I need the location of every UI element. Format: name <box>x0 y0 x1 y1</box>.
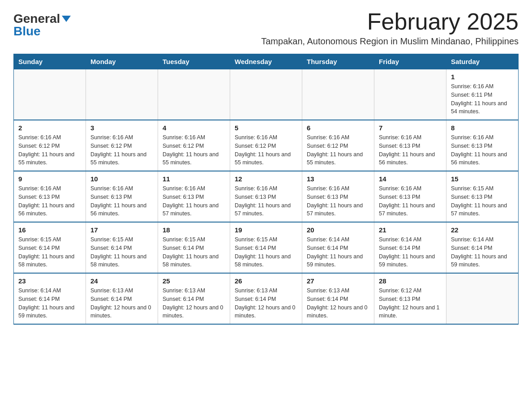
day-info: Sunrise: 6:13 AMSunset: 6:14 PMDaylight:… <box>307 287 369 320</box>
day-number: 17 <box>90 226 153 234</box>
calendar-cell: 12Sunrise: 6:16 AMSunset: 6:13 PMDayligh… <box>230 171 302 222</box>
logo: General Blue <box>13 9 71 38</box>
title-section: February 2025 Tampakan, Autonomous Regio… <box>261 9 519 47</box>
calendar-header-sunday: Sunday <box>14 54 86 69</box>
calendar-week-row: 16Sunrise: 6:15 AMSunset: 6:14 PMDayligh… <box>14 222 519 273</box>
calendar-cell: 2Sunrise: 6:16 AMSunset: 6:12 PMDaylight… <box>14 120 86 171</box>
day-info: Sunrise: 6:16 AMSunset: 6:13 PMDaylight:… <box>235 184 297 218</box>
day-number: 10 <box>90 175 153 183</box>
day-info: Sunrise: 6:16 AMSunset: 6:12 PMDaylight:… <box>235 133 297 167</box>
day-number: 24 <box>90 277 153 285</box>
day-number: 20 <box>307 226 369 234</box>
day-number: 14 <box>379 175 442 183</box>
page-header: General Blue February 2025 Tampakan, Aut… <box>13 9 519 47</box>
page-subtitle: Tampakan, Autonomous Region in Muslim Mi… <box>261 36 519 47</box>
page-title: February 2025 <box>261 9 519 34</box>
calendar-body: 1Sunrise: 6:16 AMSunset: 6:11 PMDaylight… <box>14 69 519 325</box>
calendar-cell: 21Sunrise: 6:14 AMSunset: 6:14 PMDayligh… <box>374 222 446 273</box>
day-info: Sunrise: 6:14 AMSunset: 6:14 PMDaylight:… <box>18 287 81 320</box>
calendar-header-row: SundayMondayTuesdayWednesdayThursdayFrid… <box>14 54 519 69</box>
day-number: 23 <box>18 277 81 285</box>
calendar-cell: 26Sunrise: 6:13 AMSunset: 6:14 PMDayligh… <box>230 273 302 324</box>
day-number: 1 <box>451 73 514 81</box>
day-info: Sunrise: 6:16 AMSunset: 6:12 PMDaylight:… <box>307 133 369 167</box>
calendar-cell: 20Sunrise: 6:14 AMSunset: 6:14 PMDayligh… <box>302 222 374 273</box>
day-info: Sunrise: 6:16 AMSunset: 6:13 PMDaylight:… <box>379 184 442 218</box>
calendar-cell <box>230 69 302 120</box>
calendar-cell <box>446 273 519 324</box>
calendar-cell: 16Sunrise: 6:15 AMSunset: 6:14 PMDayligh… <box>14 222 86 273</box>
calendar-header-thursday: Thursday <box>302 54 374 69</box>
day-number: 4 <box>163 124 225 132</box>
calendar-header-monday: Monday <box>86 54 158 69</box>
day-info: Sunrise: 6:13 AMSunset: 6:14 PMDaylight:… <box>90 287 153 320</box>
calendar-cell <box>14 69 86 120</box>
calendar-cell: 14Sunrise: 6:16 AMSunset: 6:13 PMDayligh… <box>374 171 446 222</box>
calendar-header-friday: Friday <box>374 54 446 69</box>
day-number: 8 <box>451 124 514 132</box>
calendar-cell: 4Sunrise: 6:16 AMSunset: 6:12 PMDaylight… <box>158 120 230 171</box>
day-info: Sunrise: 6:13 AMSunset: 6:14 PMDaylight:… <box>235 287 297 320</box>
calendar-cell: 13Sunrise: 6:16 AMSunset: 6:13 PMDayligh… <box>302 171 374 222</box>
calendar-table: SundayMondayTuesdayWednesdayThursdayFrid… <box>13 54 519 325</box>
day-number: 11 <box>163 175 225 183</box>
day-info: Sunrise: 6:14 AMSunset: 6:14 PMDaylight:… <box>379 235 442 269</box>
logo-blue: Blue <box>13 25 41 38</box>
day-number: 5 <box>235 124 297 132</box>
day-number: 25 <box>163 277 225 285</box>
day-info: Sunrise: 6:16 AMSunset: 6:12 PMDaylight:… <box>18 133 81 167</box>
day-number: 6 <box>307 124 369 132</box>
day-info: Sunrise: 6:16 AMSunset: 6:13 PMDaylight:… <box>90 184 153 218</box>
calendar-cell: 18Sunrise: 6:15 AMSunset: 6:14 PMDayligh… <box>158 222 230 273</box>
day-info: Sunrise: 6:16 AMSunset: 6:11 PMDaylight:… <box>451 82 514 116</box>
day-info: Sunrise: 6:12 AMSunset: 6:13 PMDaylight:… <box>379 287 442 320</box>
calendar-cell: 6Sunrise: 6:16 AMSunset: 6:12 PMDaylight… <box>302 120 374 171</box>
calendar-header-tuesday: Tuesday <box>158 54 230 69</box>
day-number: 15 <box>451 175 514 183</box>
day-info: Sunrise: 6:15 AMSunset: 6:14 PMDaylight:… <box>90 235 153 269</box>
calendar-cell: 10Sunrise: 6:16 AMSunset: 6:13 PMDayligh… <box>86 171 158 222</box>
day-info: Sunrise: 6:16 AMSunset: 6:13 PMDaylight:… <box>18 184 81 218</box>
day-number: 16 <box>18 226 81 234</box>
calendar-cell: 27Sunrise: 6:13 AMSunset: 6:14 PMDayligh… <box>302 273 374 324</box>
calendar-week-row: 9Sunrise: 6:16 AMSunset: 6:13 PMDaylight… <box>14 171 519 222</box>
calendar-cell: 9Sunrise: 6:16 AMSunset: 6:13 PMDaylight… <box>14 171 86 222</box>
calendar-cell: 19Sunrise: 6:15 AMSunset: 6:14 PMDayligh… <box>230 222 302 273</box>
calendar-cell <box>374 69 446 120</box>
day-info: Sunrise: 6:14 AMSunset: 6:14 PMDaylight:… <box>451 235 514 269</box>
calendar-week-row: 23Sunrise: 6:14 AMSunset: 6:14 PMDayligh… <box>14 273 519 324</box>
day-number: 9 <box>18 175 81 183</box>
calendar-cell: 24Sunrise: 6:13 AMSunset: 6:14 PMDayligh… <box>86 273 158 324</box>
logo-triangle-icon <box>62 16 71 22</box>
calendar-cell: 1Sunrise: 6:16 AMSunset: 6:11 PMDaylight… <box>446 69 519 120</box>
day-info: Sunrise: 6:16 AMSunset: 6:13 PMDaylight:… <box>307 184 369 218</box>
calendar-cell <box>158 69 230 120</box>
day-info: Sunrise: 6:16 AMSunset: 6:13 PMDaylight:… <box>451 133 514 167</box>
day-number: 21 <box>379 226 442 234</box>
day-number: 13 <box>307 175 369 183</box>
calendar-week-row: 2Sunrise: 6:16 AMSunset: 6:12 PMDaylight… <box>14 120 519 171</box>
logo-general: General <box>13 13 60 25</box>
day-info: Sunrise: 6:15 AMSunset: 6:14 PMDaylight:… <box>163 235 225 269</box>
day-number: 28 <box>379 277 442 285</box>
day-info: Sunrise: 6:15 AMSunset: 6:14 PMDaylight:… <box>235 235 297 269</box>
day-number: 7 <box>379 124 442 132</box>
calendar-cell <box>302 69 374 120</box>
day-number: 19 <box>235 226 297 234</box>
day-info: Sunrise: 6:16 AMSunset: 6:12 PMDaylight:… <box>163 133 225 167</box>
day-info: Sunrise: 6:14 AMSunset: 6:14 PMDaylight:… <box>307 235 369 269</box>
day-number: 26 <box>235 277 297 285</box>
calendar-cell: 5Sunrise: 6:16 AMSunset: 6:12 PMDaylight… <box>230 120 302 171</box>
calendar-header-saturday: Saturday <box>446 54 519 69</box>
calendar-cell <box>86 69 158 120</box>
calendar-cell: 11Sunrise: 6:16 AMSunset: 6:13 PMDayligh… <box>158 171 230 222</box>
calendar-cell: 25Sunrise: 6:13 AMSunset: 6:14 PMDayligh… <box>158 273 230 324</box>
day-number: 22 <box>451 226 514 234</box>
day-number: 27 <box>307 277 369 285</box>
day-info: Sunrise: 6:16 AMSunset: 6:13 PMDaylight:… <box>163 184 225 218</box>
calendar-cell: 22Sunrise: 6:14 AMSunset: 6:14 PMDayligh… <box>446 222 519 273</box>
calendar-header: SundayMondayTuesdayWednesdayThursdayFrid… <box>14 54 519 69</box>
calendar-cell: 8Sunrise: 6:16 AMSunset: 6:13 PMDaylight… <box>446 120 519 171</box>
day-info: Sunrise: 6:16 AMSunset: 6:13 PMDaylight:… <box>379 133 442 167</box>
calendar-cell: 7Sunrise: 6:16 AMSunset: 6:13 PMDaylight… <box>374 120 446 171</box>
